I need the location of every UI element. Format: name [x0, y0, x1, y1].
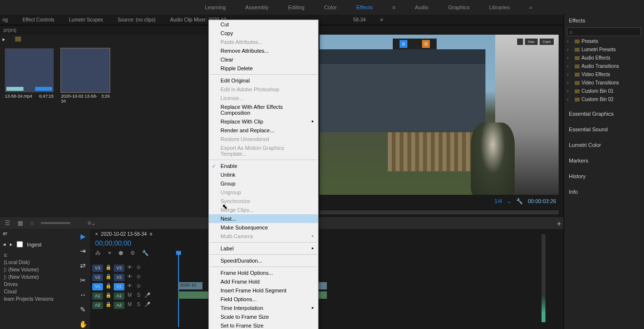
sync-lock-icon[interactable]: ⊙	[135, 265, 142, 271]
program-timecode[interactable]: 00:00:03:26	[528, 198, 556, 204]
panel-history[interactable]: History	[564, 171, 644, 182]
menu-group[interactable]: Group	[209, 179, 318, 188]
ws-audio[interactable]: Audio	[415, 4, 428, 10]
track-v1[interactable]: V1	[92, 283, 103, 290]
drive-item[interactable]: Drives	[2, 281, 74, 288]
slip-tool-icon[interactable]: ↔	[79, 291, 87, 299]
effects-title[interactable]: Effects	[564, 15, 644, 26]
wrench-icon[interactable]: 🔧	[516, 198, 523, 205]
mic-icon[interactable]: 🎤	[144, 292, 151, 299]
seq-menu-icon[interactable]: ≡	[150, 231, 153, 237]
freeform-icon[interactable]: ○	[30, 220, 34, 226]
menu-speed-duration[interactable]: Speed/Duration...	[209, 256, 318, 265]
tab-menu-icon[interactable]: ≡	[380, 17, 383, 22]
panel-lumetri-color[interactable]: Lumetri Color	[564, 140, 644, 150]
menu-nest[interactable]: Nest...	[209, 214, 318, 223]
snap-icon[interactable]: ⁂	[95, 250, 101, 256]
pen-tool-icon[interactable]: ✎	[79, 306, 87, 313]
zoom-slider[interactable]	[41, 222, 70, 224]
fx-video-effects[interactable]: Video Effects	[564, 70, 644, 79]
lock-icon[interactable]: 🔒	[105, 302, 112, 308]
linked-icon[interactable]: ⚭	[107, 250, 112, 256]
settings-icon[interactable]: ⚙	[130, 250, 135, 256]
menu-time-interpolation[interactable]: Time Interpolation	[209, 304, 318, 312]
drive-item[interactable]: ): (New Volume)	[2, 273, 74, 281]
menu-scale-to-frame-size[interactable]: Scale to Frame Size	[209, 312, 318, 321]
drive-item[interactable]: leam Projects Versions	[2, 295, 74, 303]
ripple-tool-icon[interactable]: ⇄	[79, 262, 87, 269]
ws-libraries[interactable]: Libraries	[489, 4, 509, 10]
sync-lock-icon[interactable]: ⊙	[135, 274, 142, 281]
menu-render-and-replace[interactable]: Render and Replace...	[209, 126, 318, 135]
menu-field-options[interactable]: Field Options...	[209, 295, 318, 304]
ws-effects[interactable]: Effects	[356, 4, 372, 10]
track-target[interactable]: V2	[114, 274, 124, 281]
tab-lumetri-scopes[interactable]: Lumetri Scopes	[69, 17, 103, 22]
browser-tab[interactable]: er	[0, 229, 76, 239]
track-select-tool-icon[interactable]: ⇥	[79, 247, 87, 255]
fx-presets[interactable]: Presets	[564, 37, 644, 45]
ws-overflow-icon[interactable]: »	[529, 4, 532, 10]
list-view-icon[interactable]: ☰	[5, 220, 10, 226]
toggle-output-icon[interactable]: 👁	[126, 283, 133, 290]
razor-tool-icon[interactable]: ✂	[79, 276, 87, 284]
ws-assembly[interactable]: Assembly	[245, 4, 269, 10]
drive-item[interactable]: (Local Disk)	[2, 259, 74, 266]
tab-source[interactable]: Source: (no clips)	[118, 17, 156, 22]
track-v3[interactable]: V3	[92, 265, 103, 272]
drive-item[interactable]: ): (New Volume)	[2, 266, 74, 273]
tab-ng[interactable]: ng	[2, 17, 8, 22]
close-seq-icon[interactable]: ×	[95, 231, 98, 237]
track-a1[interactable]: A1	[92, 292, 103, 300]
fx-audio-transitions[interactable]: Audio Transitions	[564, 62, 644, 70]
menu-clear[interactable]: Clear	[209, 55, 318, 64]
track-target[interactable]: A1	[114, 292, 124, 300]
menu-make-subsequence[interactable]: Make Subsequence	[209, 223, 318, 232]
fx-custom-bin-1[interactable]: Custom Bin 01	[564, 87, 644, 95]
drive-item[interactable]: s:	[2, 251, 74, 259]
menu-cut[interactable]: Cut	[209, 20, 318, 29]
sync-lock-icon[interactable]: ⊙	[135, 283, 142, 290]
bin-item-clip[interactable]: 13-58-34.mp46;47;15	[5, 48, 54, 103]
menu-ripple-delete[interactable]: Ripple Delete	[209, 64, 318, 73]
menu-edit-original[interactable]: Edit Original	[209, 76, 318, 85]
marker-icon[interactable]: ⬣	[119, 250, 123, 256]
ws-editing[interactable]: Editing	[288, 4, 305, 10]
toggle-output-icon[interactable]: 👁	[126, 274, 133, 281]
track-target[interactable]: A2	[114, 302, 124, 309]
tab-program-seq[interactable]: 58-34	[353, 17, 366, 22]
fx-custom-bin-2[interactable]: Custom Bin 02	[564, 95, 644, 103]
panel-essential-sound[interactable]: Essential Sound	[564, 124, 644, 135]
panel-info[interactable]: Info	[564, 186, 644, 197]
panel-essential-graphics[interactable]: Essential Graphics	[564, 108, 644, 119]
menu-replace-with-clip[interactable]: Replace With Clip	[209, 117, 318, 126]
menu-enable[interactable]: Enable	[209, 162, 318, 170]
mic-icon[interactable]: 🎤	[144, 302, 151, 308]
panel-markers[interactable]: Markers	[564, 155, 644, 166]
menu-frame-hold-options[interactable]: Frame Hold Options...	[209, 268, 318, 277]
lock-icon[interactable]: 🔒	[105, 292, 112, 299]
lock-icon[interactable]: 🔒	[105, 265, 112, 271]
sequence-tab[interactable]: 2020-10-02 13-58-34	[101, 231, 147, 237]
bin-item-sequence[interactable]: 2020-10-02 13-58-343;26	[61, 48, 110, 103]
selection-tool-icon[interactable]: ▶	[79, 232, 87, 240]
track-target[interactable]: V1	[114, 283, 124, 290]
effects-search[interactable]	[567, 27, 641, 36]
track-a2[interactable]: A2	[92, 302, 103, 309]
nav-back-icon[interactable]: ◂	[3, 241, 6, 247]
ingest-checkbox[interactable]	[17, 241, 23, 247]
menu-add-frame-hold[interactable]: Add Frame Hold	[209, 277, 318, 286]
track-target[interactable]: V3	[114, 265, 124, 272]
ws-learning[interactable]: Learning	[205, 4, 226, 10]
fx-lumetri-presets[interactable]: Lumetri Presets	[564, 45, 644, 54]
dropdown-icon[interactable]: ⌄	[507, 198, 511, 205]
lock-icon[interactable]: 🔒	[105, 274, 112, 281]
menu-set-to-frame-size[interactable]: Set to Frame Size	[209, 321, 318, 329]
menu-unlink[interactable]: Unlink	[209, 170, 318, 179]
ws-effects-menu-icon[interactable]: ≡	[392, 4, 395, 10]
ws-color[interactable]: Color	[324, 4, 337, 10]
fx-video-transitions[interactable]: Video Transitions	[564, 79, 644, 87]
lock-icon[interactable]: 🔒	[105, 283, 112, 290]
nav-fwd-icon[interactable]: ▸	[10, 241, 13, 247]
tab-effect-controls[interactable]: Effect Controls	[22, 17, 54, 22]
